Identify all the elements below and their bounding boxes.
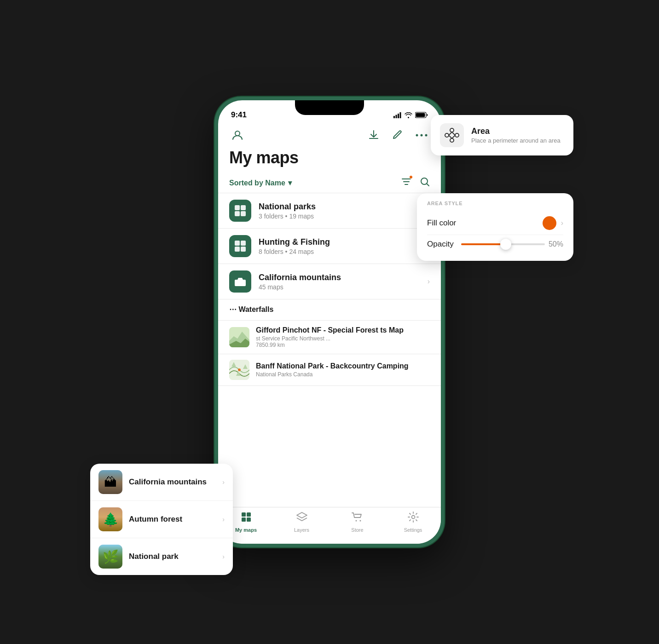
- fill-color-label: Fill color: [427, 218, 456, 228]
- svg-rect-25: [247, 518, 251, 522]
- opacity-slider[interactable]: [461, 243, 545, 245]
- svg-rect-12: [241, 205, 246, 210]
- list-item-california-mountains[interactable]: California mountains 45 maps ›: [218, 264, 441, 299]
- fill-color-right: ›: [543, 216, 563, 230]
- svg-rect-24: [242, 518, 246, 522]
- autumn-chevron: ›: [222, 516, 225, 523]
- waterfalls-title: ⋯ Waterfalls: [229, 305, 430, 314]
- tab-my-maps-label: My maps: [235, 527, 257, 533]
- svg-point-26: [355, 520, 357, 522]
- tab-settings[interactable]: Settings: [385, 511, 441, 533]
- autumn-thumb: [98, 507, 122, 531]
- list-item-national-parks[interactable]: National parks 3 folders • 19 maps ›: [218, 193, 441, 229]
- fill-color-chevron: ›: [561, 219, 563, 227]
- national-parks-icon: [229, 200, 251, 222]
- svg-rect-13: [235, 211, 240, 216]
- phone-screen: 9:41: [218, 100, 441, 544]
- national-parks-sub: 3 folders • 19 maps: [259, 213, 428, 220]
- svg-rect-5: [416, 113, 425, 117]
- svg-rect-3: [400, 112, 401, 118]
- national-parks-title: National parks: [259, 202, 428, 212]
- store-icon: [352, 511, 364, 526]
- search-button[interactable]: [420, 177, 430, 189]
- hunting-fishing-sub: 8 folders • 24 maps: [259, 248, 428, 255]
- svg-rect-15: [235, 241, 240, 246]
- chevron-down-icon: ▾: [288, 178, 292, 187]
- opacity-value: 50%: [545, 240, 563, 248]
- chevron-icon: ›: [428, 277, 430, 286]
- autumn-folder-name: Autumn forest: [129, 515, 222, 524]
- banff-text: Banff National Park - Backcountry Campin…: [256, 362, 430, 378]
- filter-button[interactable]: [401, 177, 411, 189]
- banff-sub: National Parks Canada: [256, 371, 430, 378]
- svg-point-29: [450, 128, 454, 132]
- area-style-label: AREA STYLE: [427, 201, 563, 206]
- national-park-chevron: ›: [222, 553, 225, 560]
- folder-item-autumn[interactable]: Autumn forest ›: [90, 501, 233, 538]
- slider-track: [461, 243, 545, 245]
- list-item-waterfalls[interactable]: ⋯ Waterfalls: [218, 299, 441, 321]
- svg-rect-18: [241, 247, 246, 252]
- svg-point-32: [450, 138, 454, 142]
- folder-list-card: California mountains › Autumn forest › N…: [90, 464, 233, 575]
- list-item-gifford[interactable]: Gifford Pinchot NF - Special Forest ts M…: [218, 321, 441, 354]
- svg-rect-16: [241, 241, 246, 246]
- svg-point-8: [421, 134, 423, 137]
- national-parks-text: National parks 3 folders • 19 maps: [259, 202, 428, 220]
- filter-active-dot: [409, 175, 413, 179]
- autumn-thumb-img: [98, 507, 122, 531]
- area-tooltip-subtitle: Place a perimeter around an area: [471, 137, 561, 144]
- tab-layers-label: Layers: [294, 527, 309, 533]
- hunting-fishing-icon: [229, 235, 251, 257]
- fill-color-row[interactable]: Fill color ›: [427, 212, 563, 235]
- status-icons: [393, 112, 428, 118]
- california-mountains-title: California mountains: [259, 273, 428, 282]
- svg-point-27: [359, 520, 361, 522]
- tab-store[interactable]: Store: [330, 511, 385, 533]
- page-title: My maps: [229, 148, 430, 167]
- california-thumb-img: [98, 470, 122, 494]
- list-item-banff[interactable]: Banff National Park - Backcountry Campin…: [218, 354, 441, 386]
- more-button[interactable]: [413, 127, 430, 144]
- hunting-fishing-title: Hunting & Fishing: [259, 237, 428, 247]
- tab-layers[interactable]: Layers: [274, 511, 330, 533]
- sort-icons: [401, 177, 430, 189]
- sort-row: Sorted by Name ▾: [218, 173, 441, 193]
- phone-shell: 9:41: [214, 97, 445, 547]
- svg-point-28: [411, 516, 415, 519]
- svg-rect-22: [242, 512, 246, 517]
- settings-icon: [407, 511, 419, 526]
- fill-color-circle[interactable]: [543, 216, 556, 230]
- map-list: National parks 3 folders • 19 maps ›: [218, 193, 441, 544]
- svg-rect-17: [235, 247, 240, 252]
- download-button[interactable]: [365, 127, 382, 144]
- gifford-text: Gifford Pinchot NF - Special Forest ts M…: [256, 326, 430, 348]
- hunting-fishing-text: Hunting & Fishing 8 folders • 24 maps: [259, 237, 428, 255]
- svg-point-9: [425, 134, 428, 137]
- california-folder-name: California mountains: [129, 477, 222, 487]
- folder-item-national-park[interactable]: National park ›: [90, 538, 233, 575]
- my-maps-icon: [240, 511, 252, 526]
- gifford-title: Gifford Pinchot NF - Special Forest ts M…: [256, 326, 430, 334]
- california-thumb: [98, 470, 122, 494]
- edit-button[interactable]: [389, 127, 406, 144]
- folder-item-california[interactable]: California mountains ›: [90, 464, 233, 501]
- area-tooltip-card: Area Place a perimeter around an area: [431, 115, 573, 155]
- battery-icon: [415, 112, 428, 118]
- profile-button[interactable]: [229, 127, 246, 144]
- california-mountains-text: California mountains 45 maps: [259, 273, 428, 291]
- svg-rect-1: [396, 115, 397, 118]
- list-item-hunting-fishing[interactable]: Hunting & Fishing 8 folders • 24 maps ›: [218, 229, 441, 264]
- sort-label[interactable]: Sorted by Name ▾: [229, 178, 292, 187]
- california-mountains-icon: [229, 270, 251, 293]
- wifi-icon: [405, 112, 412, 118]
- phone-header: My maps: [218, 123, 441, 173]
- svg-rect-11: [235, 205, 240, 210]
- svg-point-30: [445, 133, 449, 137]
- slider-thumb[interactable]: [500, 239, 511, 250]
- svg-point-7: [416, 134, 418, 137]
- gifford-thumb: [229, 327, 249, 347]
- banff-title: Banff National Park - Backcountry Campin…: [256, 362, 430, 370]
- national-park-folder-name: National park: [129, 552, 222, 561]
- svg-rect-0: [393, 116, 395, 118]
